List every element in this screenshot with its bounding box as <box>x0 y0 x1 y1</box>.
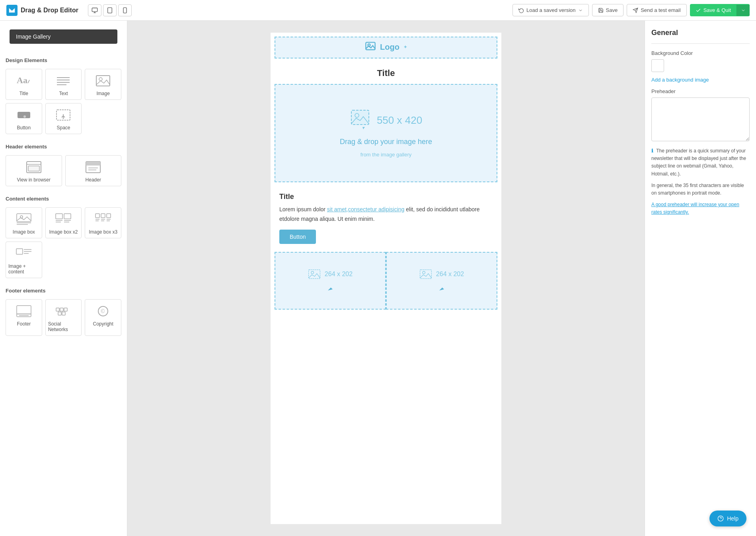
preheader-link[interactable]: A good preheader will increase your open… <box>651 202 739 215</box>
image-content-icon <box>14 246 33 261</box>
button-element-label: Button <box>17 125 31 131</box>
svg-line-10 <box>28 80 29 83</box>
preheader-input[interactable] <box>651 97 750 141</box>
image-box-x2-icon <box>54 212 73 227</box>
svg-rect-41 <box>101 214 105 218</box>
view-in-browser-card[interactable]: View in browser <box>6 155 62 186</box>
svg-rect-68 <box>308 269 320 278</box>
add-bg-image-link[interactable]: Add a background image <box>651 77 750 83</box>
title-element-icon: Aa <box>14 73 33 88</box>
copyright-card[interactable]: © Copyright <box>85 299 121 336</box>
view-in-browser-label: View in browser <box>17 177 51 183</box>
canvas-cta-button[interactable]: Button <box>279 230 316 244</box>
info-icon: ℹ <box>651 148 653 154</box>
preheader-info-2: In general, the 35 first characters are … <box>651 182 750 197</box>
social-networks-label: Social Networks <box>48 321 79 332</box>
svg-rect-53 <box>17 306 31 317</box>
help-button[interactable]: Help <box>709 511 746 526</box>
title-element-label: Title <box>19 91 28 96</box>
send-test-email-button[interactable]: Send a test email <box>627 4 686 16</box>
drop-text: Drag & drop your image here <box>340 138 432 146</box>
load-label: Load a saved version <box>526 7 576 13</box>
svg-rect-63 <box>366 42 375 50</box>
app-title: Drag & Drop Editor <box>21 7 78 14</box>
canvas-title: Title <box>279 68 493 78</box>
save-quit-label: Save & Quit <box>703 7 731 13</box>
main-layout: Image Gallery Design Elements Aa Title <box>0 21 756 536</box>
text-element-card[interactable]: Text <box>45 69 82 100</box>
header-element-icon <box>84 160 103 175</box>
svg-rect-42 <box>107 214 111 218</box>
svg-rect-58 <box>64 308 67 311</box>
copyright-icon: © <box>94 304 113 319</box>
header-elements-section: Header elements <box>0 139 127 155</box>
topbar: Drag & Drop Editor Load a saved version … <box>0 0 756 21</box>
image-box-x3-card[interactable]: Image box x3 <box>85 207 121 238</box>
title-element-card[interactable]: Aa Title <box>6 69 42 100</box>
image-drop-zone[interactable]: 550 x 420 Drag & drop your image here fr… <box>275 84 497 182</box>
footer-elements-grid: Footer Social Networks <box>0 299 127 341</box>
space-element-icon <box>54 107 73 123</box>
image-gallery-button[interactable]: Image Gallery <box>10 29 117 44</box>
save-button[interactable]: Save <box>592 4 624 16</box>
content-elements-section: Content elements <box>0 191 127 207</box>
bg-color-swatch[interactable] <box>651 59 664 72</box>
help-label: Help <box>727 515 738 522</box>
canvas-image-half-1[interactable]: 264 x 202 <box>275 252 386 310</box>
footer-card[interactable]: Footer <box>6 299 42 336</box>
mobile-view-button[interactable] <box>118 4 132 16</box>
image-content-card[interactable]: Image + content <box>6 242 42 278</box>
content-elements-grid: Image box Image box x2 <box>0 207 127 283</box>
svg-marker-73 <box>439 287 444 290</box>
header-elements-title: Header elements <box>6 144 121 150</box>
social-networks-card[interactable]: Social Networks <box>45 299 82 336</box>
send-test-label: Send a test email <box>641 7 680 13</box>
content-link[interactable]: sit amet,consectetur adipisicing <box>327 206 405 212</box>
footer-elements-title: Footer elements <box>6 288 121 294</box>
email-canvas: Logo ✦ Title <box>271 33 501 524</box>
image-element-card[interactable]: Image <box>85 69 121 100</box>
topbar-actions: Load a saved version Save Send a test em… <box>512 4 750 16</box>
image-box-card[interactable]: Image box <box>6 207 42 238</box>
logo-text: Logo <box>380 43 399 52</box>
tablet-view-button[interactable] <box>103 4 117 16</box>
svg-rect-0 <box>92 8 97 12</box>
drop-sub-text: from the image gallery <box>360 152 412 158</box>
content-text-before: Lorem ipsum dolor <box>279 206 327 212</box>
image-element-label: Image <box>96 91 109 96</box>
svg-rect-40 <box>95 214 99 218</box>
load-saved-version-button[interactable]: Load a saved version <box>512 4 589 16</box>
footer-element-icon <box>14 304 33 319</box>
svg-rect-71 <box>420 269 431 278</box>
image-box-x3-icon <box>94 212 113 227</box>
save-quit-button[interactable]: Save & Quit <box>690 4 750 16</box>
svg-rect-5 <box>123 8 127 13</box>
footer-label: Footer <box>17 321 31 327</box>
image-element-icon <box>94 73 113 88</box>
preheader-label: Preheader <box>651 88 750 94</box>
canvas-title-section: Title <box>271 62 501 80</box>
save-quit-main[interactable]: Save & Quit <box>690 4 737 16</box>
save-quit-dropdown-arrow[interactable] <box>737 5 750 16</box>
svg-text:©: © <box>101 308 105 314</box>
button-element-card[interactable]: Button <box>6 103 42 134</box>
svg-rect-3 <box>108 8 112 13</box>
logo-icon <box>6 5 18 16</box>
header-card[interactable]: Header <box>65 155 122 186</box>
svg-rect-57 <box>60 308 63 311</box>
image-box-icon <box>14 212 33 227</box>
logo-section[interactable]: Logo ✦ <box>275 37 497 58</box>
image-content-label: Image + content <box>8 263 39 275</box>
social-networks-icon <box>54 304 73 319</box>
header-element-label: Header <box>86 177 101 183</box>
svg-rect-25 <box>28 166 39 171</box>
desktop-view-button[interactable] <box>88 4 101 16</box>
content-title: Title <box>279 193 493 201</box>
svg-rect-65 <box>351 110 369 125</box>
design-elements-section: Design Elements <box>0 53 127 69</box>
left-sidebar: Image Gallery Design Elements Aa Title <box>0 21 127 536</box>
space-element-card[interactable]: Space <box>45 103 82 134</box>
canvas-image-half-2[interactable]: 264 x 202 <box>386 252 497 310</box>
image-box-x2-card[interactable]: Image box x2 <box>45 207 82 238</box>
design-elements-grid: Aa Title Text <box>0 69 127 139</box>
